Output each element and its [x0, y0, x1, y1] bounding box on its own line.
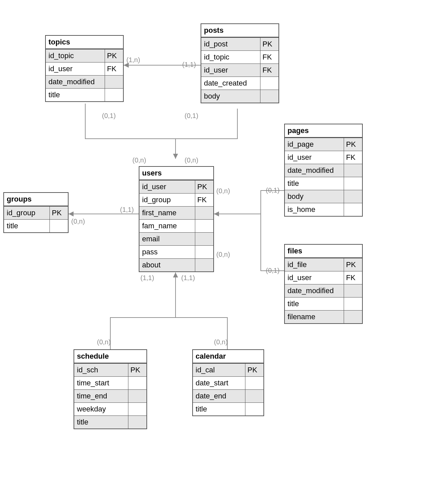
column-key	[195, 207, 213, 219]
column-key: PK	[50, 207, 68, 219]
table-row: body	[285, 190, 362, 203]
table-row: id_user PK	[139, 180, 213, 193]
table-row: date_modified	[285, 164, 362, 177]
entity-users: users id_user PK id_group FK first_name …	[139, 166, 214, 272]
table-row: date_modified	[285, 284, 362, 297]
column-key: FK	[105, 63, 123, 75]
table-row: title	[285, 177, 362, 190]
column-name: id_user	[285, 151, 344, 164]
table-row: body	[201, 90, 278, 103]
table-row: time_start	[74, 376, 146, 389]
column-key	[128, 416, 146, 429]
entity-title: calendar	[193, 350, 263, 363]
entity-title: groups	[4, 193, 68, 206]
column-key	[245, 390, 263, 402]
column-key	[195, 246, 213, 258]
column-key	[128, 403, 146, 415]
table-row: is_home	[285, 203, 362, 216]
table-row: date_modified	[46, 75, 123, 88]
table-row: id_user FK	[201, 64, 278, 77]
column-name: is_home	[285, 203, 344, 216]
column-key: FK	[260, 64, 278, 77]
entity-calendar: calendar id_cal PK date_start date_end t…	[192, 349, 264, 416]
column-name: id_group	[139, 194, 195, 206]
column-name: body	[201, 90, 260, 103]
column-name: date_created	[201, 77, 260, 90]
cardinality-label: (1,n)	[126, 56, 140, 64]
column-key: PK	[260, 38, 278, 50]
entity-title: files	[285, 245, 362, 258]
column-key	[195, 233, 213, 245]
column-name: date_start	[193, 377, 245, 389]
table-row: id_group FK	[139, 193, 213, 206]
column-name: body	[285, 190, 344, 203]
column-name: title	[285, 177, 344, 190]
entity-files: files id_file PK id_user FK date_modifie…	[284, 244, 363, 324]
column-name: id_user	[46, 63, 105, 75]
column-key	[344, 284, 362, 297]
column-key: FK	[344, 151, 362, 164]
column-name: id_page	[285, 138, 344, 151]
column-name: id_user	[285, 271, 344, 284]
column-key: PK	[344, 258, 362, 271]
column-key: PK	[105, 49, 123, 62]
table-row: id_cal PK	[193, 363, 263, 376]
column-key	[344, 297, 362, 310]
column-name: id_group	[4, 207, 50, 219]
column-name: title	[193, 403, 245, 415]
column-name: date_modified	[46, 76, 105, 88]
column-name: date_end	[193, 390, 245, 402]
column-name: pass	[139, 246, 195, 258]
column-key	[128, 377, 146, 389]
column-key: FK	[344, 271, 362, 284]
entity-title: posts	[201, 24, 278, 37]
table-row: weekday	[74, 402, 146, 415]
table-row: date_created	[201, 77, 278, 90]
column-key	[50, 220, 68, 232]
column-name: id_cal	[193, 364, 245, 376]
column-name: first_name	[139, 207, 195, 219]
column-key	[105, 89, 123, 101]
table-row: id_user FK	[46, 62, 123, 75]
cardinality-label: (0,n)	[97, 338, 111, 346]
cardinality-label: (0,n)	[185, 156, 198, 164]
column-key	[128, 390, 146, 402]
table-row: title	[4, 219, 68, 232]
entity-groups: groups id_group PK title	[3, 192, 69, 233]
column-name: time_end	[74, 390, 128, 402]
column-name: filename	[285, 311, 344, 323]
column-key: PK	[245, 364, 263, 376]
column-name: date_modified	[285, 164, 344, 177]
table-row: id_post PK	[201, 37, 278, 50]
column-key: PK	[128, 364, 146, 376]
table-row: id_topic PK	[46, 49, 123, 62]
table-row: id_user FK	[285, 151, 362, 164]
column-key: FK	[260, 51, 278, 64]
table-row: id_topic FK	[201, 50, 278, 64]
cardinality-label: (0,1)	[266, 267, 279, 274]
cardinality-label: (1,1)	[182, 61, 196, 69]
table-row: id_file PK	[285, 258, 362, 271]
column-name: id_file	[285, 258, 344, 271]
column-key	[260, 90, 278, 103]
table-row: email	[139, 232, 213, 245]
table-row: first_name	[139, 206, 213, 219]
entity-title: users	[139, 167, 213, 180]
column-key	[245, 377, 263, 389]
cardinality-label: (1,1)	[120, 206, 134, 214]
column-name: about	[139, 259, 195, 271]
table-row: about	[139, 258, 213, 271]
entity-topics: topics id_topic PK id_user FK date_modif…	[45, 35, 124, 102]
column-key	[344, 203, 362, 216]
entity-schedule: schedule id_sch PK time_start time_end w…	[74, 349, 147, 429]
column-name: title	[4, 220, 50, 232]
column-name: fam_name	[139, 220, 195, 232]
column-name: id_topic	[201, 51, 260, 64]
cardinality-label: (0,n)	[214, 338, 228, 346]
table-row: id_group PK	[4, 206, 68, 219]
column-name: id_post	[201, 38, 260, 50]
column-key: PK	[344, 138, 362, 151]
column-name: id_sch	[74, 364, 128, 376]
column-name: time_start	[74, 377, 128, 389]
er-diagram: topics id_topic PK id_user FK date_modif…	[0, 0, 448, 480]
